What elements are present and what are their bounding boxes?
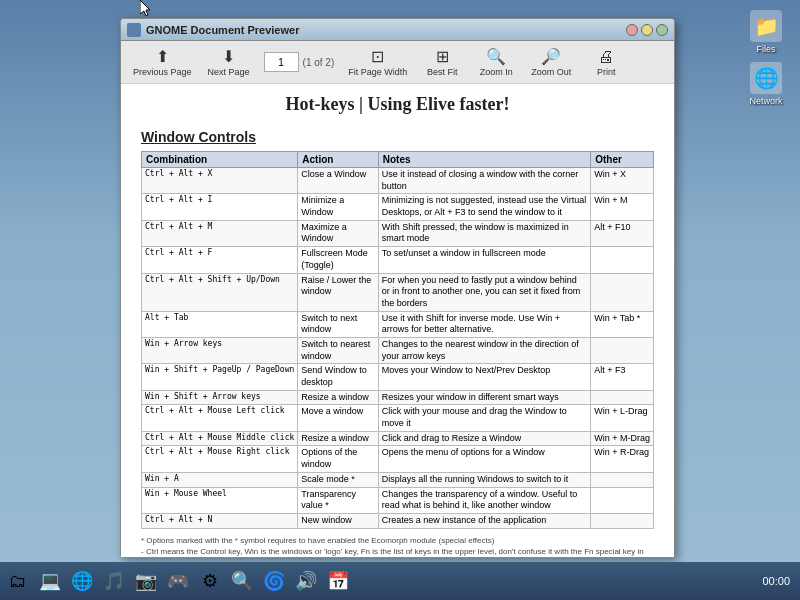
table-cell: Ctrl + Alt + M — [142, 220, 298, 246]
taskbar-icon-4[interactable]: 📷 — [132, 567, 160, 595]
footnotes: * Options marked with the * symbol requi… — [141, 535, 654, 557]
taskbar-icon-7[interactable]: 🔍 — [228, 567, 256, 595]
table-cell: Changes the transparency of a window. Us… — [378, 487, 590, 513]
table-cell: To set/unset a window in fullscreen mode — [378, 247, 590, 273]
table-cell: Ctrl + Alt + N — [142, 513, 298, 528]
table-row: Ctrl + Alt + IMinimize a WindowMinimizin… — [142, 194, 654, 220]
window-title: GNOME Document Previewer — [146, 24, 626, 36]
col-combination: Combination — [142, 152, 298, 168]
table-cell: Switch to nearest window — [298, 337, 378, 363]
taskbar-icon-6[interactable]: ⚙ — [196, 567, 224, 595]
table-cell: Ctrl + Alt + X — [142, 168, 298, 194]
table-cell — [591, 247, 654, 273]
prev-page-label: Previous Page — [133, 67, 192, 77]
table-cell: Win + Shift + Arrow keys — [142, 390, 298, 405]
table-cell: Win + X — [591, 168, 654, 194]
table-cell: Alt + F3 — [591, 364, 654, 390]
table-cell: Resize a window — [298, 390, 378, 405]
table-cell: Maximize a Window — [298, 220, 378, 246]
zoom-out-button[interactable]: 🔎 Zoom Out — [525, 45, 577, 79]
table-cell — [591, 273, 654, 311]
table-row: Ctrl + Alt + XClose a WindowUse it inste… — [142, 168, 654, 194]
table-row: Ctrl + Alt + Shift + Up/DownRaise / Lowe… — [142, 273, 654, 311]
document-content[interactable]: Hot-keys | Using Elive faster! Window Co… — [121, 84, 674, 557]
taskbar-icon-0[interactable]: 🗂 — [4, 567, 32, 595]
table-cell: Win + R-Drag — [591, 446, 654, 472]
col-other: Other — [591, 152, 654, 168]
taskbar-icon-8[interactable]: 🌀 — [260, 567, 288, 595]
table-cell — [591, 337, 654, 363]
taskbar-icon-3[interactable]: 🎵 — [100, 567, 128, 595]
table-cell: Move a window — [298, 405, 378, 431]
table-cell: Win + Arrow keys — [142, 337, 298, 363]
taskbar-icon-10[interactable]: 📅 — [324, 567, 352, 595]
window-controls-table: Combination Action Notes Other Ctrl + Al… — [141, 151, 654, 529]
table-cell — [591, 390, 654, 405]
desktop-icon-1[interactable]: 🌐 Network — [742, 62, 790, 106]
footnote-2: - Ctrl means the Control key, Win is the… — [141, 546, 654, 557]
table-cell: Ctrl + Alt + Mouse Left click — [142, 405, 298, 431]
table-cell: Ctrl + Alt + Mouse Right click — [142, 446, 298, 472]
table-cell: Changes to the nearest window in the dir… — [378, 337, 590, 363]
minimize-button[interactable] — [641, 24, 653, 36]
table-cell: Ctrl + Alt + F — [142, 247, 298, 273]
table-row: Win + Shift + Arrow keysResize a windowR… — [142, 390, 654, 405]
fit-page-button[interactable]: ⊡ Fit Page Width — [342, 45, 413, 79]
prev-page-icon: ⬆ — [156, 47, 169, 66]
table-cell: Moves your Window to Next/Prev Desktop — [378, 364, 590, 390]
table-cell: Close a Window — [298, 168, 378, 194]
table-cell: Opens the menu of options for a Window — [378, 446, 590, 472]
taskbar-icon-9[interactable]: 🔊 — [292, 567, 320, 595]
page-input-area: (1 of 2) — [264, 52, 335, 72]
table-row: Alt + TabSwitch to next windowUse it wit… — [142, 311, 654, 337]
table-row: Ctrl + Alt + FFullscreen Mode (Toggle)To… — [142, 247, 654, 273]
section1-title: Window Controls — [141, 129, 654, 145]
table-row: Ctrl + Alt + Mouse Middle clickResize a … — [142, 431, 654, 446]
fit-page-icon: ⊡ — [371, 47, 384, 66]
table-cell: Resizes your window in different smart w… — [378, 390, 590, 405]
next-page-button[interactable]: ⬇ Next Page — [202, 45, 256, 79]
print-button[interactable]: 🖨 Print — [581, 46, 631, 79]
document-title: Hot-keys | Using Elive faster! — [141, 94, 654, 115]
titlebar: GNOME Document Previewer — [121, 19, 674, 41]
zoom-in-button[interactable]: 🔍 Zoom In — [471, 45, 521, 79]
best-fit-button[interactable]: ⊞ Best Fit — [417, 45, 467, 79]
table-cell: Win + Tab * — [591, 311, 654, 337]
page-number-input[interactable] — [264, 52, 299, 72]
table-cell: Click with your mouse and drag the Windo… — [378, 405, 590, 431]
zoom-out-icon: 🔎 — [541, 47, 561, 66]
footnote-1: * Options marked with the * symbol requi… — [141, 535, 654, 546]
table-cell: Resize a window — [298, 431, 378, 446]
table-cell: Win + A — [142, 472, 298, 487]
svg-marker-0 — [140, 0, 150, 16]
prev-page-button[interactable]: ⬆ Previous Page — [127, 45, 198, 79]
table-cell: Transparency value * — [298, 487, 378, 513]
print-icon: 🖨 — [598, 48, 614, 66]
maximize-button[interactable] — [656, 24, 668, 36]
table-cell: For when you need to fastly put a window… — [378, 273, 590, 311]
table-cell: Minimize a Window — [298, 194, 378, 220]
table-row: Ctrl + Alt + NNew windowCreates a new in… — [142, 513, 654, 528]
table-cell: Minimizing is not suggested, instead use… — [378, 194, 590, 220]
taskbar-clock: 00:00 — [756, 573, 796, 589]
table-cell: Raise / Lower the window — [298, 273, 378, 311]
taskbar-icon-2[interactable]: 🌐 — [68, 567, 96, 595]
table-cell: Click and drag to Resize a Window — [378, 431, 590, 446]
desktop-icon-label-1: Network — [749, 96, 782, 106]
cursor — [140, 0, 152, 18]
taskbar-icon-1[interactable]: 💻 — [36, 567, 64, 595]
taskbar-icon-5[interactable]: 🎮 — [164, 567, 192, 595]
table-cell: Ctrl + Alt + I — [142, 194, 298, 220]
table-cell: Alt + F10 — [591, 220, 654, 246]
page-total-label: (1 of 2) — [303, 57, 335, 68]
table-cell: Use it with Shift for inverse mode. Use … — [378, 311, 590, 337]
zoom-in-label: Zoom In — [480, 67, 513, 77]
best-fit-label: Best Fit — [427, 67, 458, 77]
table-cell: Ctrl + Alt + Mouse Middle click — [142, 431, 298, 446]
table-cell: Switch to next window — [298, 311, 378, 337]
table-cell: Creates a new instance of the applicatio… — [378, 513, 590, 528]
table-cell — [591, 487, 654, 513]
table-row: Win + AScale mode *Displays all the runn… — [142, 472, 654, 487]
desktop-icon-0[interactable]: 📁 Files — [742, 10, 790, 54]
close-button[interactable] — [626, 24, 638, 36]
